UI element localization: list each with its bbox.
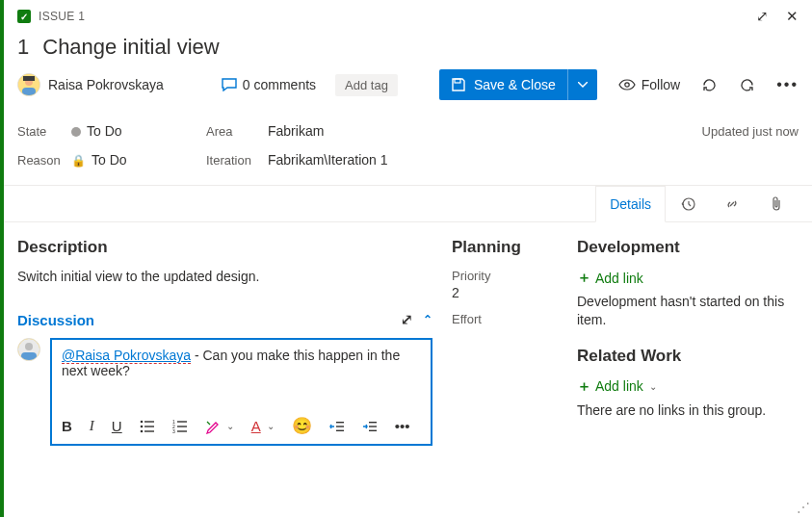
clear-format-dropdown[interactable]: ⌄ [226, 421, 234, 431]
discussion-heading: Discussion ⤢ ⌃ [17, 311, 432, 328]
save-label: Save & Close [474, 77, 556, 92]
comment-row: @Raisa Pokrovskaya - Can you make this h… [17, 338, 432, 446]
state-label: State [17, 124, 71, 139]
tab-details[interactable]: Details [595, 186, 666, 222]
planning-column: Planning Priority 2 Effort [452, 238, 558, 446]
comment-text[interactable]: @Raisa Pokrovskaya - Can you make this h… [62, 348, 421, 408]
discussion-expand-icon[interactable]: ⤢ [401, 311, 413, 328]
tab-history[interactable] [666, 186, 710, 221]
effort-label: Effort [452, 312, 558, 326]
undo-button[interactable] [739, 77, 755, 93]
indent-button[interactable] [362, 420, 378, 433]
iteration-label: Iteration [206, 153, 268, 168]
area-value[interactable]: Fabrikam [268, 123, 702, 139]
font-color-dropdown[interactable]: ⌄ [267, 421, 275, 431]
font-color-button[interactable]: A [251, 418, 261, 434]
expand-icon[interactable]: ⤢ [756, 8, 769, 25]
resize-grip[interactable]: ⋰ [797, 500, 810, 515]
reason-value[interactable]: 🔒To Do [71, 152, 206, 168]
underline-button[interactable]: U [112, 418, 122, 434]
tab-attachments[interactable] [754, 186, 799, 221]
comments-count: 0 comments [243, 77, 316, 92]
related-empty-text: There are no links in this group. [577, 401, 799, 420]
toolbar: Raisa Pokrovskaya 0 comments Add tag Sav… [4, 62, 812, 112]
body: Description Switch initial view to the u… [4, 222, 812, 446]
chevron-down-icon: ⌄ [649, 381, 657, 392]
close-icon[interactable]: ✕ [786, 8, 799, 25]
development-heading: Development [577, 238, 799, 257]
description-body[interactable]: Switch initial view to the updated desig… [17, 269, 432, 284]
related-heading: Related Work [577, 347, 799, 366]
assignee-name[interactable]: Raisa Pokrovskaya [48, 77, 164, 92]
svg-rect-13 [144, 426, 154, 427]
svg-point-5 [625, 83, 629, 87]
left-column: Description Switch initial view to the u… [17, 238, 432, 446]
updated-text: Updated just now [702, 124, 799, 139]
svg-point-8 [25, 343, 33, 350]
comments-button[interactable]: 0 comments [222, 77, 316, 92]
discussion-collapse-icon[interactable]: ⌃ [423, 313, 432, 326]
tab-links[interactable] [710, 186, 754, 221]
svg-point-14 [140, 429, 143, 432]
priority-label: Priority [452, 269, 558, 283]
mention[interactable]: @Raisa Pokrovskaya [62, 348, 191, 364]
work-item-title[interactable]: Change initial view [42, 35, 219, 60]
meta-fields: State To Do Area Fabrikam Updated just n… [4, 112, 812, 186]
tabs: Details [4, 186, 812, 222]
more-actions-button[interactable]: ••• [776, 76, 799, 93]
issue-type-label: ISSUE 1 [39, 10, 85, 23]
plus-icon: ＋ [577, 269, 591, 287]
svg-point-10 [140, 420, 143, 423]
comment-icon [222, 78, 237, 91]
state-dot-icon [71, 127, 81, 137]
svg-rect-25 [369, 422, 377, 423]
avatar[interactable] [17, 73, 40, 96]
follow-button[interactable]: Follow [618, 77, 680, 92]
state-value[interactable]: To Do [71, 123, 206, 139]
add-tag-button[interactable]: Add tag [335, 74, 398, 96]
plus-icon: ＋ [577, 377, 591, 396]
svg-rect-3 [22, 88, 36, 95]
outdent-button[interactable] [329, 420, 345, 433]
svg-rect-2 [23, 76, 35, 81]
description-heading: Description [17, 238, 432, 257]
emoji-button[interactable]: 😊 [292, 416, 312, 436]
window-controls: ⤢ ✕ [756, 8, 799, 25]
svg-rect-21 [177, 430, 187, 431]
svg-rect-19 [177, 426, 187, 427]
reason-label: Reason [17, 153, 71, 168]
save-dropdown[interactable] [567, 69, 597, 100]
clear-format-button[interactable] [205, 419, 221, 434]
save-icon [451, 77, 466, 92]
svg-point-12 [140, 425, 143, 427]
svg-rect-27 [369, 429, 377, 430]
right-column: Development ＋ Add link Development hasn'… [577, 238, 799, 446]
bullet-list-button[interactable] [140, 420, 155, 433]
bold-button[interactable]: B [62, 418, 72, 434]
svg-rect-15 [144, 430, 154, 431]
work-item-id: 1 [17, 35, 29, 60]
eye-icon [618, 79, 636, 90]
development-empty-text: Development hasn't started on this item. [577, 293, 799, 329]
lock-icon: 🔒 [71, 154, 86, 168]
priority-value[interactable]: 2 [452, 285, 558, 300]
comment-editor[interactable]: @Raisa Pokrovskaya - Can you make this h… [50, 338, 432, 446]
numbered-list-button[interactable]: 123 [172, 420, 188, 433]
svg-rect-23 [336, 426, 344, 427]
comment-avatar [17, 338, 40, 361]
editor-toolbar: B I U 123 ⌄ A ⌄ [62, 408, 421, 436]
editor-more-button[interactable]: ••• [395, 418, 410, 434]
save-and-close-button[interactable]: Save & Close [439, 69, 597, 100]
svg-text:3: 3 [172, 428, 175, 433]
development-add-link[interactable]: ＋ Add link [577, 269, 643, 287]
iteration-value[interactable]: Fabrikam\Iteration 1 [268, 152, 702, 168]
related-add-link[interactable]: ＋ Add link ⌄ [577, 377, 657, 396]
italic-button[interactable]: I [90, 418, 94, 434]
refresh-button[interactable] [701, 77, 718, 93]
svg-rect-4 [455, 79, 460, 83]
svg-rect-17 [177, 421, 187, 422]
planning-heading: Planning [452, 238, 558, 257]
area-label: Area [206, 124, 268, 139]
work-item-card: ✓ ISSUE 1 ⤢ ✕ 1 Change initial view Rais… [0, 0, 812, 517]
svg-rect-26 [369, 426, 377, 427]
